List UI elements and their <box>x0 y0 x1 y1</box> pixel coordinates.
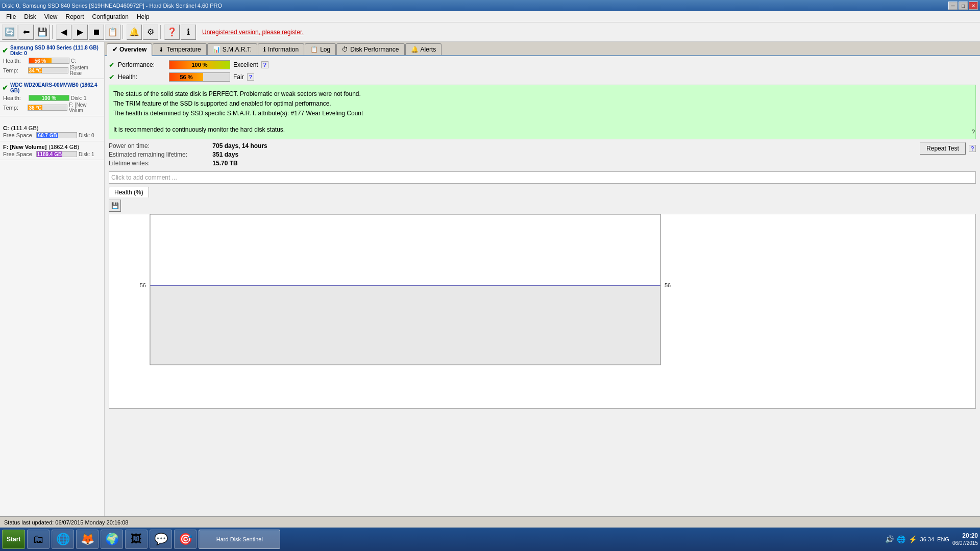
repeat-test-help[interactable]: ? <box>969 145 976 152</box>
status-line-4 <box>113 119 971 125</box>
menu-disk[interactable]: Disk <box>20 12 40 21</box>
power-on-row: Power on time: 705 days, 14 hours <box>109 142 920 149</box>
taskbar-chrome[interactable]: 🌍 <box>101 530 123 549</box>
vol-c-free-fill: 60.7 GB <box>37 133 58 138</box>
disk1-temp-fill: 34 °C <box>29 68 42 73</box>
menu-help[interactable]: Help <box>133 12 154 21</box>
vol-f-size: (1862.4 GB) <box>48 144 79 150</box>
performance-val: 100 % <box>191 62 207 68</box>
register-link[interactable]: Unregistered version, please register. <box>202 29 304 36</box>
tab-alerts[interactable]: 🔔 Alerts <box>405 43 442 55</box>
alert-button[interactable]: 🔔 <box>127 24 142 40</box>
minimize-button[interactable]: ─ <box>948 2 958 10</box>
disk-prev-button[interactable]: ⬅ <box>18 24 34 40</box>
taskbar-photoshop[interactable]: 🖼 <box>125 530 148 549</box>
vol-group-f[interactable]: F: [New Volume] (1862.4 GB) Free Space 1… <box>0 141 104 160</box>
vol-f-extra: Disk: 1 <box>79 152 94 157</box>
toolbar: 🔄 ⬅ 💾 ◀ ▶ ⏹ 📋 🔔 ⚙ ❓ ℹ Unregistered versi… <box>0 22 980 42</box>
disk1-name: ✔ Samsung SSD 840 Series (111.8 GB) Disk… <box>2 44 102 57</box>
refresh-button[interactable]: 🔄 <box>2 24 17 40</box>
menu-file[interactable]: File <box>2 12 20 21</box>
tray-icon-battery[interactable]: ⚡ <box>909 535 917 543</box>
status-bar-text: Status last updated: 06/07/2015 Monday 2… <box>4 519 128 525</box>
overview-panel: ✔ Performance: 100 % Excellent ? ✔ Healt… <box>105 56 980 516</box>
health-fill: 56 % <box>169 73 203 81</box>
disk2-health-bar: 100 % <box>29 95 69 101</box>
title-bar: Disk: 0, Samsung SSD 840 Series [S19HNEA… <box>0 0 980 11</box>
tab-disk-performance[interactable]: ⏱ Disk Performance <box>336 43 404 55</box>
tray-icon-2[interactable]: 🌐 <box>897 535 905 543</box>
export-button[interactable]: 📋 <box>105 24 120 40</box>
close-button[interactable]: ✕ <box>969 2 978 10</box>
remaining-row: Estimated remaining lifetime: 351 days <box>109 151 920 158</box>
health-help[interactable]: ? <box>247 73 254 81</box>
lifetime-row: Lifetime writes: 15.70 TB <box>109 160 920 167</box>
disk2-temp-row: Temp: 36 °C F: [New Volum <box>2 102 102 114</box>
back-button[interactable]: ◀ <box>56 24 71 40</box>
vol-f-header: F: [New Volume] (1862.4 GB) <box>2 143 102 151</box>
save-button[interactable]: 💾 <box>35 24 50 40</box>
chart-tab-bar: Health (%) <box>109 187 976 197</box>
menu-configuration[interactable]: Configuration <box>88 12 133 21</box>
restore-button[interactable]: □ <box>959 2 968 10</box>
comment-box[interactable]: Click to add comment ... <box>109 171 976 184</box>
status-help[interactable]: ? <box>971 128 975 137</box>
vol-f-free-fill: 1189.4 GB <box>37 152 62 157</box>
tab-log[interactable]: 📋 Log <box>305 43 336 55</box>
system-clock[interactable]: 20:20 06/07/2015 <box>952 532 978 547</box>
menu-report[interactable]: Report <box>61 12 88 21</box>
performance-help[interactable]: ? <box>261 61 268 68</box>
tab-information[interactable]: ℹ Information <box>258 43 304 55</box>
disk1-temp-label: Temp: <box>3 67 28 73</box>
tab-overview[interactable]: ✔ Overview <box>107 43 152 56</box>
title-bar-title: Disk: 0, Samsung SSD 840 Series [S19HNEA… <box>2 3 222 9</box>
tab-overview-label: Overview <box>119 46 146 53</box>
tab-smart[interactable]: 📊 S.M.A.R.T. <box>207 43 257 55</box>
taskbar-skype[interactable]: 💬 <box>150 530 172 549</box>
taskbar-hds[interactable]: Hard Disk Sentinel <box>199 530 280 549</box>
taskbar-start[interactable]: Start <box>2 530 25 549</box>
taskbar-ie[interactable]: 🌐 <box>52 530 74 549</box>
disk-group-2[interactable]: ✔ WDC WD20EARS-00MVWB0 (1862.4 GB) Healt… <box>0 79 104 116</box>
info-button[interactable]: ℹ <box>181 24 196 40</box>
taskbar-explorer[interactable]: 🗂 <box>27 530 50 549</box>
disk-group-1[interactable]: ✔ Samsung SSD 840 Series (111.8 GB) Disk… <box>0 42 104 79</box>
health-label: Health: <box>118 73 169 81</box>
details-left: Power on time: 705 days, 14 hours Estima… <box>109 142 920 168</box>
vol-c-size: (111.4 GB) <box>11 125 39 131</box>
overview-icon: ✔ <box>112 46 117 53</box>
chart-tab-health[interactable]: Health (%) <box>109 187 149 197</box>
disk1-health-label: Health: <box>3 58 29 64</box>
taskbar-firefox[interactable]: 🦊 <box>76 530 99 549</box>
forward-button[interactable]: ▶ <box>72 24 88 40</box>
disk1-temp-row: Temp: 34 °C [System Rese <box>2 64 102 77</box>
repeat-test-button[interactable]: Repeat Test <box>920 142 966 155</box>
menu-bar: File Disk View Report Configuration Help <box>0 11 980 22</box>
help-button[interactable]: ❓ <box>164 24 180 40</box>
disk1-ok-icon: ✔ <box>2 46 8 55</box>
chart-save-button[interactable]: 💾 <box>109 199 121 212</box>
performance-fill: 100 % <box>169 61 230 69</box>
vol-group-c[interactable]: C: (111.4 GB) Free Space 60.7 GB Disk: 0 <box>0 122 104 141</box>
title-bar-controls: ─ □ ✕ <box>948 2 978 10</box>
tray-lang[interactable]: ENG <box>937 536 949 542</box>
vol-c-name: C: <box>3 125 9 131</box>
vol-c-free-row: Free Space 60.7 GB Disk: 0 <box>2 132 102 139</box>
disk1-temp-extra: [System Rese <box>70 65 101 76</box>
taskbar-app7[interactable]: 🎯 <box>174 530 197 549</box>
comment-placeholder: Click to add comment ... <box>111 174 177 181</box>
tray-icon-1[interactable]: 🔊 <box>885 535 894 543</box>
smart-icon: 📊 <box>213 46 220 53</box>
menu-view[interactable]: View <box>40 12 62 21</box>
disk2-temp-extra: F: [New Volum <box>69 102 101 113</box>
settings-button[interactable]: ⚙ <box>143 24 158 40</box>
disk1-temp-bar: 34 °C <box>28 67 68 73</box>
tab-temperature[interactable]: 🌡 Temperature <box>153 43 206 55</box>
details-section: Power on time: 705 days, 14 hours Estima… <box>109 142 976 168</box>
toolbar-separator <box>52 25 54 39</box>
tab-smart-label: S.M.A.R.T. <box>223 46 252 53</box>
disk1-health-fill: 56 % <box>29 58 52 63</box>
disk2-name: ✔ WDC WD20EARS-00MVWB0 (1862.4 GB) <box>2 81 102 94</box>
stop-button[interactable]: ⏹ <box>89 24 104 40</box>
status-box: The status of the solid state disk is PE… <box>109 85 976 139</box>
